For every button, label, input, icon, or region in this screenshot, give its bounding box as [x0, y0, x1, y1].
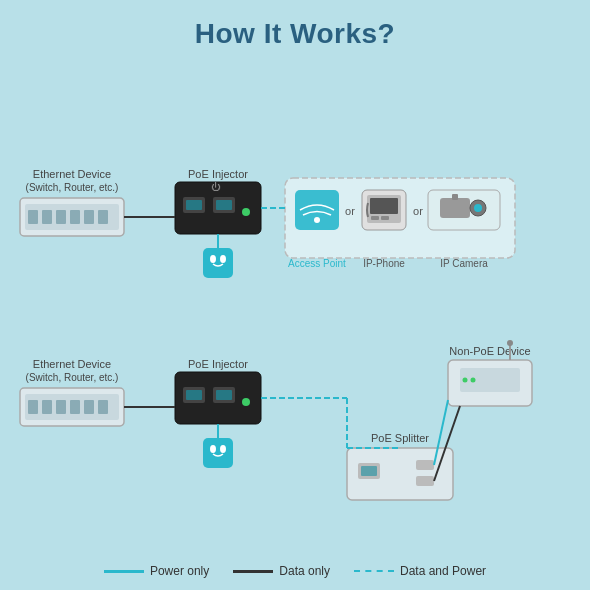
svg-point-16: [242, 208, 250, 216]
diagram: Ethernet Device (Switch, Router, etc.) P…: [0, 60, 590, 540]
page-title: How It Works?: [0, 0, 590, 50]
legend-data-power: Data and Power: [354, 564, 486, 578]
svg-point-25: [314, 217, 320, 223]
svg-text:PoE Injector: PoE Injector: [188, 358, 248, 370]
svg-rect-4: [28, 210, 38, 224]
svg-rect-47: [42, 400, 52, 414]
svg-rect-76: [416, 476, 434, 486]
legend-data: Data only: [233, 564, 330, 578]
svg-rect-57: [216, 390, 232, 400]
power-line-icon: [104, 570, 144, 573]
svg-rect-29: [370, 198, 398, 214]
svg-point-20: [220, 255, 226, 263]
svg-text:or: or: [413, 205, 423, 217]
svg-point-70: [471, 378, 476, 383]
svg-rect-30: [371, 216, 379, 220]
svg-rect-51: [98, 400, 108, 414]
svg-rect-7: [70, 210, 80, 224]
svg-rect-13: [186, 200, 202, 210]
data-line-icon: [233, 570, 273, 573]
power-label: Power only: [150, 564, 209, 578]
svg-rect-48: [56, 400, 66, 414]
svg-point-61: [220, 445, 226, 453]
svg-text:Ethernet Device: Ethernet Device: [33, 358, 111, 370]
svg-point-36: [474, 204, 482, 212]
svg-rect-6: [56, 210, 66, 224]
svg-text:(Switch, Router, etc.): (Switch, Router, etc.): [26, 372, 119, 383]
svg-point-69: [463, 378, 468, 383]
svg-text:IP-Phone: IP-Phone: [363, 258, 405, 269]
svg-text:PoE Splitter: PoE Splitter: [371, 432, 429, 444]
svg-rect-49: [70, 400, 80, 414]
legend: Power only Data only Data and Power: [0, 564, 590, 578]
data-power-line-icon: [354, 570, 394, 572]
svg-rect-46: [28, 400, 38, 414]
svg-rect-74: [361, 466, 377, 476]
svg-rect-50: [84, 400, 94, 414]
svg-text:or: or: [345, 205, 355, 217]
svg-rect-5: [42, 210, 52, 224]
svg-rect-9: [98, 210, 108, 224]
svg-rect-31: [381, 216, 389, 220]
svg-text:PoE Injector: PoE Injector: [188, 168, 248, 180]
svg-rect-55: [186, 390, 202, 400]
svg-text:IP Camera: IP Camera: [440, 258, 488, 269]
svg-rect-66: [460, 368, 520, 392]
legend-power: Power only: [104, 564, 209, 578]
svg-text:Access Point: Access Point: [288, 258, 346, 269]
svg-rect-59: [203, 438, 233, 468]
svg-rect-15: [216, 200, 232, 210]
svg-rect-24: [295, 190, 339, 230]
svg-rect-37: [452, 194, 458, 200]
svg-rect-75: [416, 460, 434, 470]
svg-rect-34: [440, 198, 470, 218]
svg-point-68: [507, 340, 513, 346]
svg-rect-8: [84, 210, 94, 224]
svg-point-60: [210, 445, 216, 453]
svg-point-19: [210, 255, 216, 263]
svg-rect-18: [203, 248, 233, 278]
svg-text:Ethernet Device: Ethernet Device: [33, 168, 111, 180]
svg-point-58: [242, 398, 250, 406]
svg-text:⏻: ⏻: [211, 182, 221, 192]
data-power-label: Data and Power: [400, 564, 486, 578]
svg-text:(Switch, Router, etc.): (Switch, Router, etc.): [26, 182, 119, 193]
data-label: Data only: [279, 564, 330, 578]
svg-text:Non-PoE Device: Non-PoE Device: [449, 345, 530, 357]
